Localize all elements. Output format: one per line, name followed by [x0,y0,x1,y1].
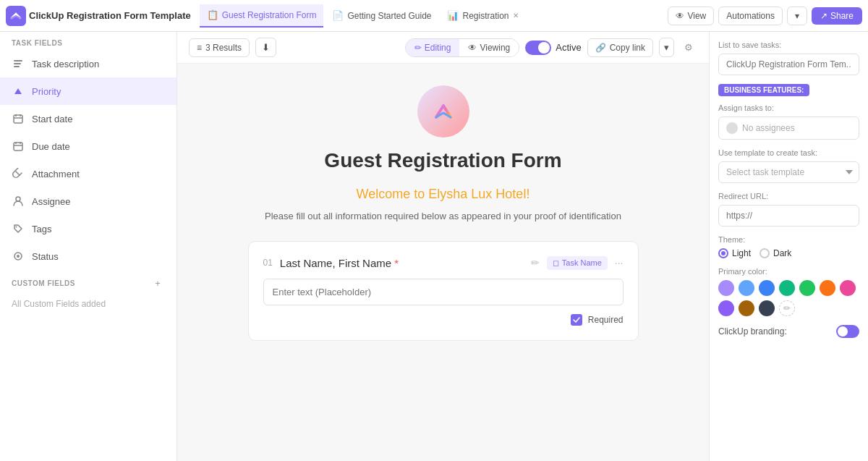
primary-color-label: Primary color: [718,267,859,276]
theme-dark-option[interactable]: Dark [760,248,791,258]
settings-button[interactable]: ⚙ [680,38,697,56]
branding-row: ClickUp branding: [718,325,859,338]
color-swatch-blue[interactable] [759,280,775,296]
sidebar-label-attachment: Attachment [32,169,80,179]
color-swatch-purple[interactable] [718,280,734,296]
theme-light-label: Light [732,248,751,258]
more-options-button[interactable]: ▾ [659,38,674,57]
field-label: Last Name, First Name * [280,257,524,269]
sidebar-label-task-description: Task description [32,59,99,69]
active-label: Active [556,42,581,53]
editing-button[interactable]: ✏ Editing [406,39,460,56]
viewing-button[interactable]: 👁 Viewing [459,39,519,56]
add-custom-field-button[interactable]: + [150,276,165,290]
branding-toggle[interactable] [836,325,859,338]
sidebar-item-priority[interactable]: Priority [0,77,176,105]
assignee-icon [12,195,25,208]
all-custom-text: All Custom Fields added [0,296,176,312]
sidebar-item-tags[interactable]: Tags [0,215,176,242]
color-swatch-custom[interactable]: ✏ [779,300,795,316]
field-more-button[interactable]: ··· [615,257,624,268]
field-placeholder-input[interactable] [263,279,624,305]
tab-guest-registration[interactable]: 📋 Guest Registration Form [200,4,324,28]
share-icon: ↗ [820,11,827,21]
assign-label: Assign tasks to: [718,103,859,112]
custom-fields-header: CUSTOM FIELDS + [0,270,176,296]
tag-icon: ◻ [553,258,559,268]
assignee-avatar [726,122,738,134]
task-template-select[interactable]: Select task template [718,161,859,183]
content-toolbar: ≡ 3 Results ⬇ ✏ Editing 👁 Viewing Active [177,32,709,64]
business-badge: BUSINESS FEATURES: [718,84,809,96]
task-name-tag: ◻ Task Name [547,256,608,270]
link-icon: 🔗 [595,43,606,53]
theme-label: Theme: [718,235,859,244]
color-swatch-brown[interactable] [739,300,754,316]
sidebar-item-status[interactable]: Status [0,242,176,270]
theme-light-option[interactable]: Light [718,248,751,258]
edit-field-icon[interactable]: ✏ [531,257,540,268]
automations-button[interactable]: Automations [718,7,783,25]
tab-list: 📋 Guest Registration Form 📄 Getting Star… [200,4,665,28]
due-date-icon [12,140,25,153]
color-swatch-pink[interactable] [840,280,856,296]
more-tabs-button[interactable]: ▾ [787,7,807,25]
main-layout: TASK FIELDS Task description Priority St… [0,32,868,461]
tab-label-reg: Registration [462,11,509,21]
toggle-knob [538,42,550,54]
color-swatch-dark[interactable] [759,300,775,316]
color-swatch-orange[interactable] [820,280,835,296]
close-icon-reg[interactable]: ✕ [513,12,519,20]
color-swatch-blue-light[interactable] [739,280,754,296]
radio-dark [760,248,770,258]
field-number: 01 [263,258,273,268]
tab-registration[interactable]: 📊 Registration ✕ [440,4,525,28]
attachment-icon [12,167,25,180]
assignees-button[interactable]: No assignees [718,117,859,140]
download-button[interactable]: ⬇ [255,38,276,57]
eye-icon-toolbar: 👁 [468,43,477,53]
theme-row: Light Dark [718,248,859,258]
tab-getting-started[interactable]: 📄 Getting Started Guide [325,4,438,28]
required-checkbox[interactable] [571,314,582,326]
share-button[interactable]: ↗ Share [812,7,862,25]
color-swatch-violet[interactable] [718,300,734,316]
copy-link-button[interactable]: 🔗 Copy link [587,38,653,57]
no-assignees-label: No assignees [742,123,795,133]
sidebar-item-task-description[interactable]: Task description [0,50,176,77]
sidebar-label-priority: Priority [32,86,61,97]
sidebar-label-due-date: Due date [32,141,70,152]
sidebar-item-due-date[interactable]: Due date [0,132,176,160]
topbar: ClickUp Registration Form Template 📋 Gue… [0,0,868,32]
svg-rect-1 [14,63,21,64]
topbar-actions: 👁 View Automations ▾ ↗ Share [668,7,862,25]
template-label: Use template to create task: [718,148,859,157]
eye-icon: 👁 [676,11,684,21]
active-toggle: Active [525,41,581,55]
app-logo [6,6,26,26]
view-button[interactable]: 👁 View [668,7,714,25]
tab-label-guide: Getting Started Guide [347,11,431,21]
custom-fields-title: CUSTOM FIELDS [12,279,75,287]
form-description: Please fill out all information required… [265,209,621,224]
status-icon [12,250,25,263]
list-input[interactable] [718,54,859,75]
svg-rect-7 [14,143,22,151]
results-button[interactable]: ≡ 3 Results [189,38,250,57]
color-swatch-green[interactable] [799,280,815,296]
sidebar: TASK FIELDS Task description Priority St… [0,32,177,461]
results-count: 3 Results [205,43,242,53]
task-fields-title: TASK FIELDS [0,32,176,50]
sidebar-item-assignee[interactable]: Assignee [0,187,176,215]
form-logo [417,85,469,138]
active-switch[interactable] [525,41,551,55]
tab-label-guest: Guest Registration Form [222,10,317,20]
sidebar-item-attachment[interactable]: Attachment [0,160,176,187]
sidebar-item-start-date[interactable]: Start date [0,105,176,132]
form-title: Guest Registration Form [324,149,561,172]
color-swatch-teal[interactable] [779,280,795,296]
redirect-url-input[interactable] [718,205,859,227]
tags-icon [12,222,25,235]
svg-point-14 [17,255,20,258]
radio-light [718,248,728,258]
